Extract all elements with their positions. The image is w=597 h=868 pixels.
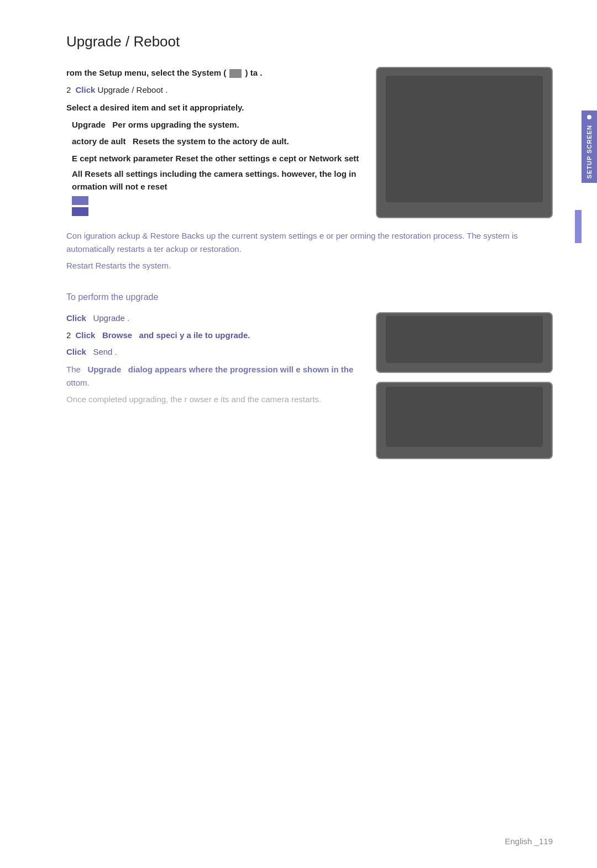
section1-layout: rom the Setup menu, select the System ( … [66, 67, 553, 218]
step2-3: Click Send . [66, 346, 365, 359]
step-item2: All Resets all settings including the ca… [72, 168, 359, 193]
sidebar-tab: SETUP SCREEN [582, 111, 597, 183]
section2-image1-inner [386, 316, 543, 363]
highlight-line1: Con iguration ackup & Restore Backs up t… [66, 229, 553, 256]
section1-image-inner [386, 76, 543, 203]
footer-text: English _119 [505, 837, 553, 846]
step-intro: rom the Setup menu, select the System ( … [66, 67, 359, 80]
step-sub2: actory de ault Resets the system to the … [72, 135, 359, 148]
section2-image2 [376, 382, 553, 459]
color-block-purple [72, 196, 88, 205]
gap1 [66, 276, 553, 292]
section2-images [376, 312, 553, 459]
section2-image2-inner [386, 387, 543, 447]
step-bold1: Select a desired item and set it appropr… [66, 102, 359, 114]
step-item1: E cept network parameter Reset the other… [72, 152, 359, 165]
system-icon [229, 69, 242, 78]
section2-layout: Click Upgrade . 2 Click Browse and speci… [66, 312, 553, 459]
highlight-line2: Restart Restarts the system. [66, 259, 553, 272]
step2-5: Once completed upgrading, the r owser e … [66, 393, 365, 406]
sidebar-dot [587, 115, 591, 119]
color-block-blue [72, 207, 88, 216]
page-container: SETUP SCREEN Upgrade / Reboot rom the Se… [0, 0, 597, 868]
section2-image1 [376, 312, 553, 373]
step2-4: The Upgrade dialog appears where the pro… [66, 363, 365, 390]
step2-2: 2 Click Browse and speci y a ile to upgr… [66, 329, 365, 342]
step2: 2 Click Upgrade / Reboot . [66, 84, 359, 97]
sidebar-tab-label: SETUP SCREEN [586, 125, 593, 178]
highlight-block: Con iguration ackup & Restore Backs up t… [66, 229, 553, 272]
page-title: Upgrade / Reboot [66, 33, 553, 50]
step-sub1: Upgrade Per orms upgrading the system. [72, 119, 359, 131]
step2-1: Click Upgrade . [66, 312, 365, 325]
section2-heading: To perform the upgrade [66, 292, 553, 302]
sidebar-accent [575, 210, 582, 243]
page-footer: English _119 [505, 837, 553, 846]
section1-image [376, 67, 553, 218]
section2-steps: Click Upgrade . 2 Click Browse and speci… [66, 312, 365, 459]
section1-text: rom the Setup menu, select the System ( … [66, 67, 359, 218]
